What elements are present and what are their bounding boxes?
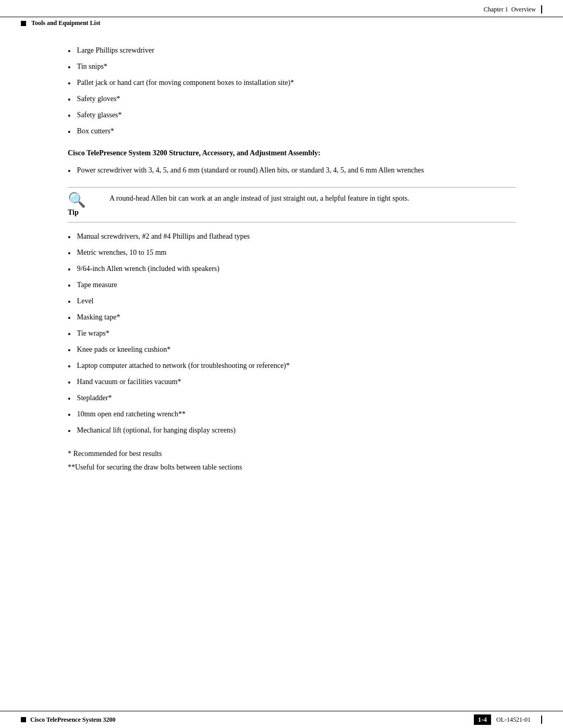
magnifier-icon: 🔍 bbox=[68, 193, 86, 207]
bullet-icon: • bbox=[68, 361, 71, 373]
footer-doc-number: OL-14521-01 bbox=[496, 716, 531, 724]
list-item: • Manual screwdrivers, #2 and #4 Phillip… bbox=[68, 231, 516, 244]
page-footer: Cisco TelePresence System 3200 1-4 OL-14… bbox=[0, 711, 563, 728]
list-item-text: Knee pads or kneeling cushion* bbox=[77, 344, 171, 355]
bullet-icon: • bbox=[68, 328, 71, 341]
list-item-text: Masking tape* bbox=[77, 312, 120, 323]
bullet-icon: • bbox=[68, 94, 71, 106]
bullet-icon: • bbox=[68, 377, 71, 389]
tip-box: 🔍 Tip A round-head Allen bit can work at… bbox=[68, 187, 516, 223]
bullet-icon: • bbox=[68, 409, 71, 422]
list-item: • Safety glasses* bbox=[68, 109, 516, 122]
header-divider bbox=[541, 5, 542, 14]
bullet-icon: • bbox=[68, 110, 71, 122]
footer-left: Cisco TelePresence System 3200 bbox=[21, 716, 115, 724]
footer-divider bbox=[541, 715, 542, 724]
section-heading: Cisco TelePresence System 3200 Structure… bbox=[68, 148, 516, 158]
list-item-text: Safety gloves* bbox=[77, 93, 120, 104]
page-subheader: Tools and Equipment List bbox=[0, 17, 563, 29]
list-item-text: Tin snips* bbox=[77, 61, 107, 72]
list-item: • Pallet jack or hand cart (for moving c… bbox=[68, 77, 516, 90]
initial-bullet-list: • Large Phillips screwdriver • Tin snips… bbox=[68, 45, 516, 139]
main-content: • Large Phillips screwdriver • Tin snips… bbox=[0, 29, 563, 601]
bullet-icon: • bbox=[68, 248, 71, 260]
list-item: • 10mm open end ratcheting wrench** bbox=[68, 409, 516, 422]
list-item: • Safety gloves* bbox=[68, 93, 516, 106]
bullet-icon: • bbox=[68, 231, 71, 244]
footnotes: * Recommended for best results **Useful … bbox=[68, 448, 516, 474]
bullet-icon: • bbox=[68, 393, 71, 405]
section-bullet-list: • Power screwdriver with 3, 4, 5, and 6 … bbox=[68, 165, 516, 178]
bullet-icon: • bbox=[68, 61, 71, 74]
list-item-text: Large Phillips screwdriver bbox=[77, 45, 154, 56]
list-item-text: Manual screwdrivers, #2 and #4 Phillips … bbox=[77, 231, 250, 242]
secondary-bullet-list: • Manual screwdrivers, #2 and #4 Phillip… bbox=[68, 231, 516, 438]
list-item-text: Pallet jack or hand cart (for moving com… bbox=[77, 77, 294, 88]
list-item: • 9/64-inch Allen wrench (included with … bbox=[68, 263, 516, 276]
bullet-icon: • bbox=[68, 280, 71, 292]
list-item-text: Level bbox=[77, 295, 94, 306]
bullet-icon: • bbox=[68, 425, 71, 438]
list-item-text: Safety glasses* bbox=[77, 109, 122, 120]
tip-icon-area: 🔍 Tip bbox=[68, 193, 109, 217]
bullet-icon: • bbox=[68, 296, 71, 309]
footer-square-icon bbox=[21, 717, 26, 722]
subheader-label: Tools and Equipment List bbox=[31, 19, 101, 27]
tip-content: A round-head Allen bit can work at an an… bbox=[109, 193, 516, 204]
list-item: • Metric wrenches, 10 to 15 mm bbox=[68, 247, 516, 260]
list-item: • Tape measure bbox=[68, 279, 516, 292]
footnote-2: **Useful for securing the draw bolts bet… bbox=[68, 462, 516, 473]
list-item: • Large Phillips screwdriver bbox=[68, 45, 516, 58]
list-item-text: Metric wrenches, 10 to 15 mm bbox=[77, 247, 167, 258]
list-item-text: Tie wraps* bbox=[77, 328, 109, 339]
list-item-text: Box cutters* bbox=[77, 126, 114, 137]
list-item-text: Mechanical lift (optional, for hanging d… bbox=[77, 425, 236, 436]
list-item: • Tin snips* bbox=[68, 61, 516, 74]
list-item-text: Hand vacuum or facilities vacuum* bbox=[77, 376, 181, 387]
list-item-text: Tape measure bbox=[77, 279, 117, 290]
list-item: • Masking tape* bbox=[68, 312, 516, 325]
bullet-icon: • bbox=[68, 126, 71, 139]
bullet-icon: • bbox=[68, 344, 71, 357]
list-item-text: Laptop computer attached to network (for… bbox=[77, 360, 290, 371]
list-item: • Tie wraps* bbox=[68, 328, 516, 341]
list-item-text: 9/64-inch Allen wrench (included with sp… bbox=[77, 263, 219, 274]
header-chapter: Chapter 1 bbox=[484, 6, 508, 14]
footer-page-number: 1-4 bbox=[474, 714, 491, 725]
list-item: • Level bbox=[68, 295, 516, 309]
header-section: Overview bbox=[511, 6, 536, 14]
list-item: • Mechanical lift (optional, for hanging… bbox=[68, 425, 516, 438]
bullet-icon: • bbox=[68, 45, 71, 58]
bullet-icon: • bbox=[68, 264, 71, 276]
list-item: • Hand vacuum or facilities vacuum* bbox=[68, 376, 516, 389]
list-item: • Box cutters* bbox=[68, 126, 516, 139]
tip-label: Tip bbox=[68, 208, 79, 217]
list-item-text: Power screwdriver with 3, 4, 5, and 6 mm… bbox=[77, 165, 424, 176]
list-item-text: Stepladder* bbox=[77, 392, 112, 403]
list-item-text: 10mm open end ratcheting wrench** bbox=[77, 409, 186, 419]
list-item: • Laptop computer attached to network (f… bbox=[68, 360, 516, 373]
footer-product: Cisco TelePresence System 3200 bbox=[30, 716, 115, 724]
bullet-icon: • bbox=[68, 312, 71, 325]
page-header: Chapter 1 Overview bbox=[0, 0, 563, 17]
list-item: • Stepladder* bbox=[68, 392, 516, 405]
footnote-1: * Recommended for best results bbox=[68, 448, 516, 460]
bullet-icon: • bbox=[68, 78, 71, 90]
list-item: • Knee pads or kneeling cushion* bbox=[68, 344, 516, 357]
bullet-icon: • bbox=[68, 165, 71, 178]
subheader-square-icon bbox=[21, 21, 26, 26]
list-item: • Power screwdriver with 3, 4, 5, and 6 … bbox=[68, 165, 516, 178]
